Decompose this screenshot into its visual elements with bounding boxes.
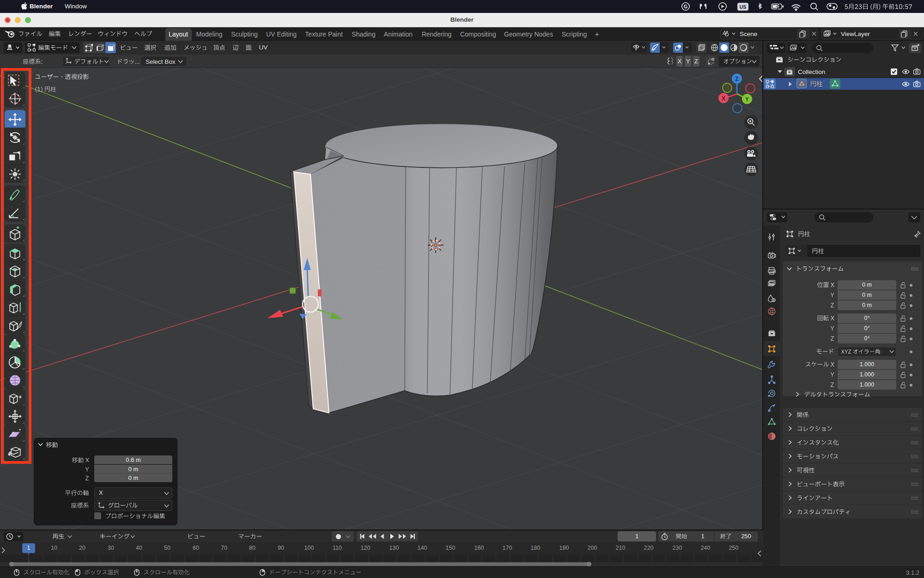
svg-text:US: US <box>740 4 747 10</box>
svg-text:Z: Z <box>735 76 738 82</box>
svg-text:G: G <box>684 4 688 9</box>
svg-text:Y: Y <box>745 96 749 103</box>
svg-text:X: X <box>722 95 725 102</box>
